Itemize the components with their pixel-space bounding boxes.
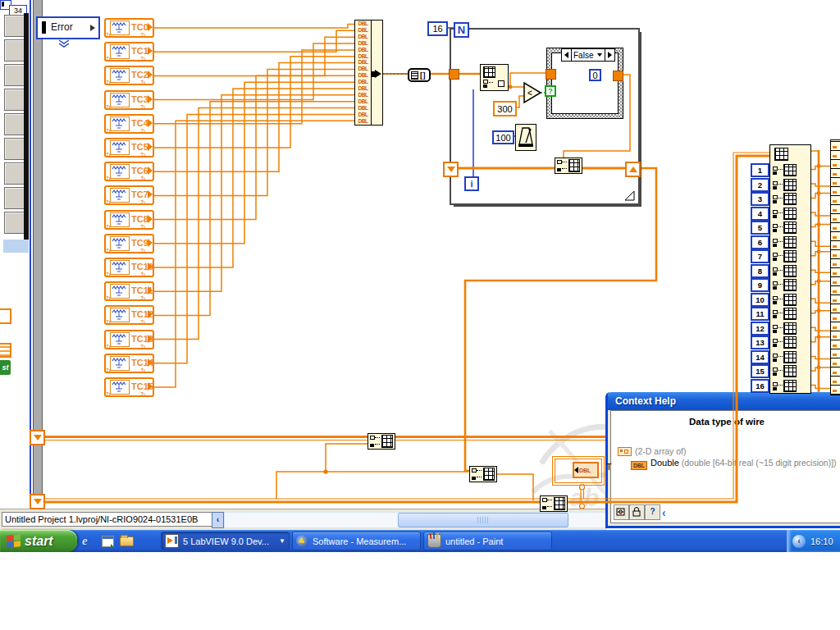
tc-io-node-tc13[interactable]: TC13?¡?¡: [104, 330, 154, 349]
shift-register-left-top[interactable]: [30, 430, 45, 445]
taskbar-item-max[interactable]: Software - Measurem...: [292, 532, 421, 550]
tc-io-node-tc0[interactable]: TC0?¡?¡: [104, 18, 154, 38]
tc-io-node-tc6[interactable]: TC6?¡?¡: [104, 162, 154, 181]
case-selector-label[interactable]: False: [572, 51, 595, 60]
tc-io-node-tc14[interactable]: TC14?¡?¡: [104, 354, 154, 373]
index-constant-2[interactable]: 2: [751, 178, 769, 192]
array-indicator-frame[interactable]: DBL: [552, 456, 605, 486]
taskbar-item-labview[interactable]: 5 LabVIEW 9.0 Dev... ▼: [161, 532, 290, 550]
shift-register-left-bottom[interactable]: [30, 494, 45, 509]
tc-io-node-tc4[interactable]: TC4?¡?¡: [104, 114, 154, 134]
replace-array-subset-node-c[interactable]: [540, 495, 568, 512]
tc-io-node-tc10[interactable]: TC10?¡?¡: [104, 258, 154, 277]
replace-array-subset-node-b[interactable]: [469, 466, 497, 482]
array-grid-icon: [783, 308, 797, 320]
ie-quicklaunch-icon[interactable]: e: [82, 534, 96, 548]
tc-mark: ?¡: [140, 199, 145, 204]
array-grid-icon: [783, 265, 797, 277]
tc-output-arrow-icon: [148, 47, 153, 55]
index-constant-12[interactable]: 12: [751, 322, 769, 336]
threshold-constant[interactable]: 300: [493, 101, 517, 116]
for-loop-input-tunnel[interactable]: [449, 69, 459, 80]
group-chevron-icon[interactable]: ▼: [279, 537, 285, 545]
array-to-cluster-node[interactable]: [ ]: [408, 68, 431, 82]
case-selector[interactable]: False: [561, 48, 615, 62]
start-button[interactable]: start: [0, 530, 77, 552]
index-constant-16[interactable]: 16: [751, 379, 769, 393]
folder-quicklaunch-icon[interactable]: [120, 536, 134, 546]
tc-mark: ?¡: [140, 248, 145, 253]
index-constant-3[interactable]: 3: [751, 192, 769, 206]
tc-mark: ?¡: [106, 272, 111, 276]
index-constant-14[interactable]: 14: [751, 350, 769, 364]
tc-mark: ?¡: [106, 104, 111, 109]
index-constant-1[interactable]: 1: [751, 163, 769, 177]
tc-io-node-tc12[interactable]: TC12?¡?¡: [104, 305, 154, 325]
array-grid-icon: [783, 322, 797, 335]
index-constant-10[interactable]: 10: [751, 293, 769, 307]
thermocouple-icon: [110, 260, 130, 275]
desktop-quicklaunch-icon[interactable]: [102, 536, 114, 547]
bundle-node-clipped[interactable]: [830, 139, 840, 395]
taskbar-clock[interactable]: 16:10: [810, 536, 833, 546]
wait-ms-node[interactable]: [515, 124, 536, 151]
tc-io-node-tc5[interactable]: TC5?¡?¡: [104, 138, 154, 158]
case-dropdown-icon[interactable]: [597, 53, 602, 57]
less-than-node[interactable]: <: [523, 82, 542, 104]
tc-mark: ?¡: [106, 224, 111, 229]
system-tray: ‹ 16:10: [787, 530, 840, 552]
index-array-node[interactable]: [480, 64, 509, 91]
array-grid-icon: [783, 365, 797, 377]
index-constant-5[interactable]: 5: [751, 221, 769, 235]
tc-output-arrow-icon: [148, 190, 153, 199]
tc-label: TC8: [131, 214, 148, 224]
tc-mark: ?¡: [140, 32, 145, 37]
wait-ms-constant[interactable]: 100: [492, 130, 514, 144]
error-cluster-indicator[interactable]: Error: [36, 16, 100, 39]
iteration-terminal[interactable]: i: [464, 176, 479, 191]
build-array-node[interactable]: DBLDBLDBLDBLDBLDBLDBLDBLDBLDBLDBLDBLDBLD…: [354, 20, 383, 126]
index-constant-8[interactable]: 8: [751, 264, 769, 278]
case-value-constant[interactable]: 0: [589, 69, 601, 81]
replace-array-subset-node-a[interactable]: [368, 433, 395, 450]
tc-io-node-tc9[interactable]: TC9?¡?¡: [104, 234, 154, 253]
tc-io-node-tc2[interactable]: TC2?¡?¡: [104, 66, 154, 85]
loop-count-constant[interactable]: 16: [427, 21, 448, 36]
replace-array-subset-node-loop[interactable]: [555, 158, 582, 174]
index-constant-11[interactable]: 11: [751, 307, 769, 321]
index-constant-13[interactable]: 13: [751, 336, 769, 349]
tc-io-node-tc8[interactable]: TC8?¡?¡: [104, 210, 154, 230]
index-constant-15[interactable]: 15: [751, 364, 769, 378]
element-out-icon: [498, 80, 504, 87]
index-constant-6[interactable]: 6: [751, 235, 769, 249]
case-selector-terminal[interactable]: ?: [545, 85, 556, 97]
dbl-indicator-terminal[interactable]: DBL: [573, 462, 599, 478]
dbl-input-row: DBL: [355, 105, 371, 112]
index-array-node-large[interactable]: [769, 144, 811, 394]
tray-collapse-icon[interactable]: ‹: [792, 535, 806, 548]
for-loop-shift-register-left[interactable]: [443, 162, 459, 177]
index-constant-4[interactable]: 4: [751, 207, 769, 221]
tc-output-arrow-icon: [148, 71, 153, 79]
svg-text:<: <: [527, 89, 532, 98]
taskbar-item-paint[interactable]: untitled - Paint: [423, 532, 552, 550]
tc-io-node-tc1[interactable]: TC1?¡?¡: [104, 42, 154, 62]
loop-count-terminal[interactable]: N: [454, 22, 469, 38]
tc-output-arrow-icon: [148, 143, 153, 151]
case-prev-icon[interactable]: [564, 52, 568, 58]
tc-label: TC7: [131, 189, 148, 199]
tc-io-node-tc11[interactable]: TC11?¡?¡: [104, 281, 154, 301]
error-color-bar: [42, 21, 46, 34]
tc-label: TC2: [131, 70, 148, 80]
tc-mark: ?¡: [140, 152, 145, 157]
case-input-tunnel[interactable]: [546, 69, 556, 80]
index-constant-7[interactable]: 7: [751, 249, 769, 263]
tc-io-node-tc7[interactable]: TC7?¡?¡: [104, 185, 154, 205]
case-output-tunnel[interactable]: [613, 71, 623, 81]
for-loop-shift-register-right[interactable]: [625, 162, 641, 177]
index-constant-9[interactable]: 9: [751, 278, 769, 292]
tc-io-node-tc15[interactable]: TC15?¡?¡: [104, 377, 154, 397]
tc-io-node-tc3[interactable]: TC3?¡?¡: [104, 90, 154, 110]
tc-mark: ?¡: [106, 128, 111, 133]
case-next-icon[interactable]: [608, 52, 612, 58]
